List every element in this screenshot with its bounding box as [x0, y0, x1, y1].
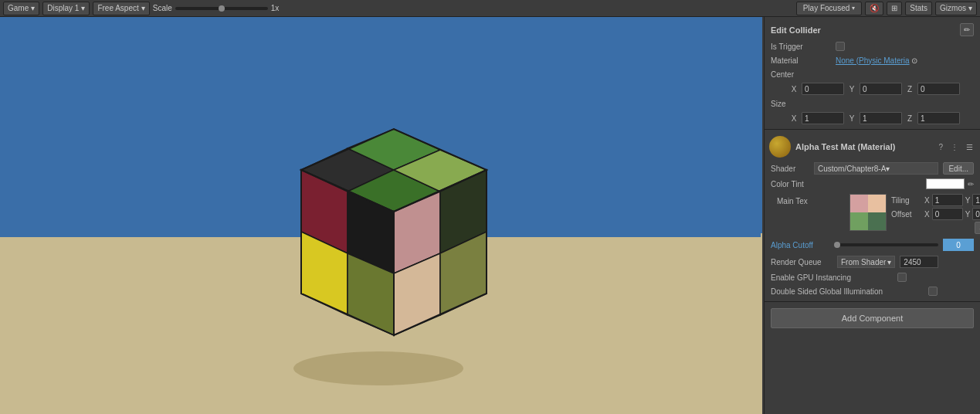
box-collider-section: Edit Collider ✏ Is Trigger Material None…	[765, 17, 980, 130]
aspect-dropdown[interactable]: Free Aspect ▾	[93, 2, 149, 15]
size-x-label: X	[789, 114, 799, 123]
size-label: Size	[771, 100, 832, 108]
render-queue-mode: From Shader	[841, 258, 886, 266]
speaker-button[interactable]: 🔇	[865, 2, 883, 15]
center-z-input[interactable]	[917, 83, 960, 95]
gpu-instancing-label: Enable GPU Instancing	[771, 273, 894, 282]
tex-preview[interactable]	[849, 194, 887, 231]
size-x-input[interactable]	[802, 112, 844, 124]
main-content: Edit Collider ✏ Is Trigger Material None…	[0, 17, 980, 414]
scale-thumb	[219, 5, 225, 12]
scale-value: 1x	[271, 4, 280, 12]
stats-button[interactable]: Stats	[905, 2, 932, 15]
game-label: Game	[8, 4, 29, 12]
aspect-label: Free Aspect	[97, 4, 138, 12]
main-tex-label: Main Tex	[777, 197, 839, 205]
center-label: Center	[771, 70, 832, 79]
color-tint-label: Color Tint	[771, 180, 832, 188]
main-tex-area: Main Tex Tiling X Y	[765, 192, 980, 236]
offset-x-input[interactable]	[932, 208, 963, 220]
material-value[interactable]: None (Physic Materia ⊙	[836, 56, 917, 65]
tiling-x-input[interactable]	[932, 194, 963, 206]
tex-cell-1	[868, 195, 886, 212]
color-tint-row: Color Tint ✏	[765, 176, 980, 192]
material-question-button[interactable]: ?	[936, 142, 945, 152]
center-x-label: X	[789, 85, 799, 93]
tex-grid	[850, 195, 886, 230]
material-link[interactable]: None (Physic Materia	[836, 56, 910, 65]
size-y-input[interactable]	[860, 112, 902, 124]
scale-control: Scale 1x	[153, 4, 280, 12]
center-y-input[interactable]	[860, 83, 902, 95]
render-queue-dropdown[interactable]: From Shader ▾	[837, 256, 895, 268]
size-y-label: Y	[847, 114, 856, 123]
tex-cell-3	[868, 212, 886, 230]
display-dropdown[interactable]: Display 1 ▾	[42, 2, 90, 15]
shader-edit-button[interactable]: Edit...	[943, 162, 974, 175]
gpu-instancing-row: Enable GPU Instancing	[765, 270, 980, 284]
tiling-y-input[interactable]	[972, 194, 980, 206]
display-chevron: ▾	[81, 4, 85, 12]
offset-y-input[interactable]	[972, 208, 980, 220]
shader-label: Shader	[771, 165, 809, 173]
game-view[interactable]	[0, 17, 764, 414]
tex-cell-2	[850, 212, 868, 230]
play-label: Play Focused	[803, 4, 850, 12]
center-xyz-row: X Y Z	[765, 81, 980, 97]
material-row-label: Material	[771, 56, 832, 65]
render-queue-label: Render Queue	[771, 258, 832, 266]
alpha-cutoff-row: Alpha Cutoff	[765, 236, 980, 253]
center-z-label: Z	[905, 85, 914, 93]
aspect-icon-button[interactable]: ⊞	[887, 2, 902, 15]
center-row: Center	[765, 67, 980, 81]
double-sided-checkbox[interactable]	[928, 287, 938, 296]
size-row: Size	[765, 97, 980, 110]
double-sided-row: Double Sided Global Illumination	[765, 284, 980, 298]
edit-collider-button[interactable]: ✏	[960, 23, 974, 36]
select-button[interactable]: Select	[975, 222, 980, 234]
svg-point-23	[293, 351, 463, 385]
cube-scene	[0, 17, 761, 414]
alpha-cutoff-slider[interactable]	[837, 243, 938, 246]
speaker-icon: 🔇	[870, 4, 879, 12]
offset-row: Offset X Y	[891, 208, 980, 220]
gpu-instancing-checkbox[interactable]	[897, 273, 907, 282]
center-y-label: Y	[847, 85, 856, 93]
tiling-label: Tiling	[891, 196, 922, 205]
edit-collider-label: Edit Collider	[771, 25, 955, 35]
color-picker-icon[interactable]: ✏	[968, 180, 974, 188]
alpha-cutoff-input[interactable]	[943, 239, 974, 251]
offset-label: Offset	[891, 210, 922, 219]
center-x-input[interactable]	[802, 83, 844, 95]
is-trigger-checkbox[interactable]	[836, 42, 845, 51]
offset-x-label: X	[924, 210, 930, 219]
is-trigger-label: Is Trigger	[771, 42, 832, 51]
shader-value: Custom/Chapter8-A▾	[818, 165, 890, 173]
scale-slider[interactable]	[175, 7, 268, 10]
stats-label: Stats	[910, 4, 927, 12]
aspect-chevron: ▾	[141, 4, 145, 12]
inspector-panel: Edit Collider ✏ Is Trigger Material None…	[764, 17, 980, 414]
color-tint-swatch[interactable]	[926, 178, 965, 189]
material-header: Alpha Test Mat (Material) ? ⋮ ☰	[765, 133, 980, 161]
display-label: Display 1	[47, 4, 79, 12]
material-section: Alpha Test Mat (Material) ? ⋮ ☰ Shader C…	[765, 130, 980, 302]
scale-label: Scale	[153, 4, 172, 12]
edit-collider-row: Edit Collider ✏	[765, 20, 980, 39]
game-tab[interactable]: Game ▾	[3, 2, 39, 15]
play-focused-button[interactable]: Play Focused ▾	[796, 2, 863, 15]
material-settings-button[interactable]: ⋮	[948, 142, 961, 152]
material-name: Alpha Test Mat (Material)	[795, 142, 895, 151]
main-tex-label-row: Main Tex	[771, 194, 845, 208]
material-dots-button[interactable]: ☰	[964, 142, 975, 152]
size-z-input[interactable]	[917, 112, 960, 124]
gizmos-button[interactable]: Gizmos ▾	[935, 2, 977, 15]
render-queue-value-input[interactable]	[900, 256, 938, 268]
tiling-y-label: Y	[965, 196, 971, 205]
shader-dropdown[interactable]: Custom/Chapter8-A▾	[814, 162, 938, 175]
material-row: Material None (Physic Materia ⊙	[765, 53, 980, 67]
size-xyz-row: X Y Z	[765, 110, 980, 126]
game-chevron: ▾	[31, 4, 35, 12]
add-component-button[interactable]: Add Component	[771, 308, 974, 328]
is-trigger-row: Is Trigger	[765, 39, 980, 53]
